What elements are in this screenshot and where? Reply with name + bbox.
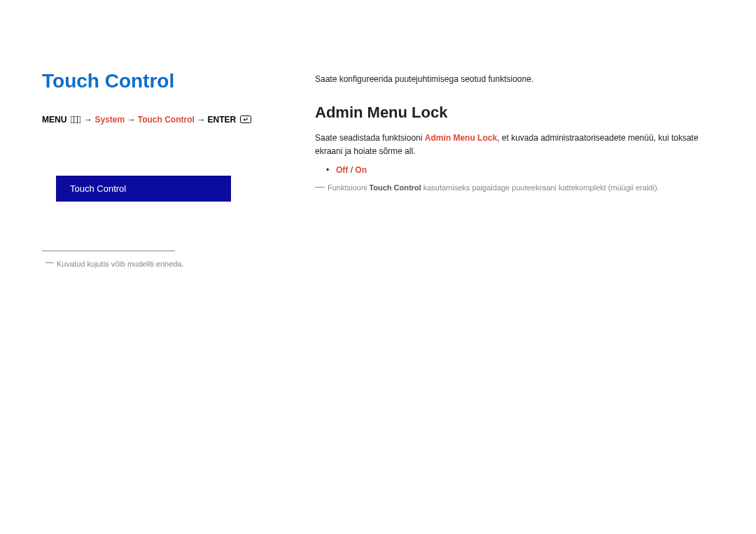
footnote-divider [42,251,175,251]
breadcrumb-arrow-1: → [84,115,94,125]
menu-icon [71,114,80,127]
breadcrumb-arrow-3: → [197,115,207,125]
right-column: Saate konfigureerida puutejuhtimisega se… [315,70,714,268]
dash-icon [315,187,325,188]
left-column: Touch Control MENU → System → Touch Cont… [42,70,273,268]
section-heading-admin-menu-lock: Admin Menu Lock [315,104,714,122]
option-list: Off / On [326,164,714,177]
note-post: kasutamiseks paigaldage puuteekraani kat… [421,183,659,192]
option-off: Off [336,165,348,175]
note-highlight: Touch Control [369,183,421,192]
breadcrumb-system: System [94,115,125,125]
breadcrumb: MENU → System → Touch Control → ENTER [42,113,273,127]
enter-icon [240,114,251,127]
breadcrumb-enter-label: ENTER [208,115,237,125]
breadcrumb-menu-label: MENU [42,115,66,125]
intro-text: Saate konfigureerida puutejuhtimisega se… [315,74,714,84]
option-on: On [355,165,367,175]
footnote: Kuvatud kujutis võib mudeliti erineda. [46,260,273,268]
footnote-text: Kuvatud kujutis võib mudeliti erineda. [57,260,184,268]
note-text: Funktsiooni Touch Control kasutamiseks p… [322,182,714,195]
note-pre: Funktsiooni [328,183,369,192]
page-title: Touch Control [42,70,273,92]
page-container: Touch Control MENU → System → Touch Cont… [0,0,756,296]
breadcrumb-arrow-2: → [127,115,137,125]
breadcrumb-touch-control: Touch Control [138,115,195,125]
para-highlight: Admin Menu Lock [425,133,497,143]
menu-item-touch-control[interactable]: Touch Control [56,176,231,202]
option-item: Off / On [326,164,714,177]
option-separator: / [348,165,355,175]
dash-icon [46,262,54,263]
para-pre: Saate seadistada funktsiooni [315,133,425,143]
svg-rect-0 [71,116,80,123]
body-paragraph: Saate seadistada funktsiooni Admin Menu … [315,132,714,158]
